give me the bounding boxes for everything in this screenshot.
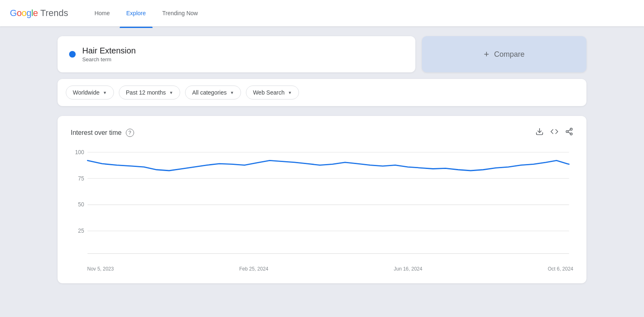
svg-text:25: 25	[78, 227, 84, 234]
x-label-0: Nov 5, 2023	[87, 266, 114, 272]
x-axis-labels: Nov 5, 2023 Feb 25, 2024 Jun 16, 2024 Oc…	[71, 266, 573, 272]
share-icon[interactable]	[565, 127, 573, 138]
compare-label: Compare	[494, 50, 524, 59]
search-term-dot	[69, 51, 76, 58]
logo: Google Trends	[10, 8, 68, 19]
nav-item-trending[interactable]: Trending Now	[156, 7, 205, 20]
chevron-down-icon: ▼	[103, 90, 107, 95]
main-nav: Home Explore Trending Now	[88, 7, 204, 20]
chart-card: Interest over time ?	[58, 116, 586, 283]
chevron-down-icon: ▼	[230, 90, 234, 95]
chevron-down-icon: ▼	[288, 90, 292, 95]
chart-header: Interest over time ?	[71, 127, 573, 138]
main-content: Hair Extension Search term + Compare Wor…	[0, 26, 644, 293]
chart-title: Interest over time	[71, 129, 122, 137]
filter-time[interactable]: Past 12 months ▼	[119, 86, 180, 99]
filter-location[interactable]: Worldwide ▼	[66, 86, 114, 99]
filter-search-type-label: Web Search	[253, 89, 285, 96]
svg-text:50: 50	[78, 201, 84, 208]
x-label-2: Jun 16, 2024	[394, 266, 422, 272]
filter-time-label: Past 12 months	[126, 89, 166, 96]
compare-plus-icon: +	[484, 49, 489, 60]
nav-item-home[interactable]: Home	[88, 7, 116, 20]
filter-category-label: All categories	[192, 89, 227, 96]
filter-category[interactable]: All categories ▼	[185, 86, 241, 99]
chart-actions	[535, 127, 573, 138]
svg-text:100: 100	[75, 148, 84, 155]
x-label-3: Oct 6, 2024	[548, 266, 573, 272]
trends-wordmark: Trends	[40, 8, 68, 19]
chart-title-group: Interest over time ?	[71, 129, 134, 137]
search-compare-row: Hair Extension Search term + Compare	[58, 36, 586, 72]
header: Google Trends Home Explore Trending Now	[0, 0, 644, 26]
trend-chart: 100 75 50 25	[71, 148, 573, 263]
compare-card[interactable]: + Compare	[422, 36, 586, 72]
search-term-type: Search term	[82, 56, 136, 62]
svg-line-4	[568, 132, 570, 133]
x-label-1: Feb 25, 2024	[239, 266, 269, 272]
download-icon[interactable]	[535, 127, 544, 138]
filter-row: Worldwide ▼ Past 12 months ▼ All categor…	[58, 79, 586, 106]
search-term-name: Hair Extension	[82, 46, 136, 56]
chevron-down-icon: ▼	[169, 90, 173, 95]
help-icon[interactable]: ?	[126, 129, 134, 137]
svg-text:75: 75	[78, 175, 84, 182]
nav-item-explore[interactable]: Explore	[120, 7, 152, 20]
filter-location-label: Worldwide	[73, 89, 100, 96]
search-term-card: Hair Extension Search term	[58, 36, 415, 72]
embed-icon[interactable]	[550, 127, 558, 138]
google-wordmark: Google	[10, 8, 38, 19]
filter-search-type[interactable]: Web Search ▼	[246, 86, 299, 99]
search-term-info: Hair Extension Search term	[82, 46, 136, 62]
chart-container: 100 75 50 25 Nov 5, 2023 Feb 25, 2024 Ju…	[71, 148, 573, 272]
svg-line-5	[568, 130, 570, 131]
